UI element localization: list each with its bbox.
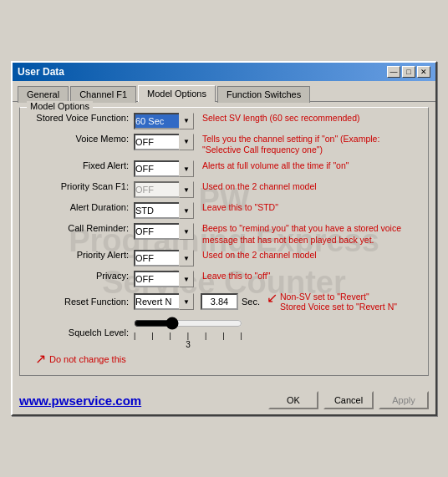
select-wrapper-voice-memo[interactable]: OFF ON ▼ — [134, 134, 194, 150]
cancel-button[interactable]: Cancel — [323, 391, 374, 409]
select-stored-voice[interactable]: 10 Sec 60 Sec 30 Sec 90 Sec — [134, 113, 194, 129]
main-window: User Data — □ ✕ General Channel F1 Model… — [11, 61, 437, 417]
select-wrapper-stored-voice[interactable]: 10 Sec 60 Sec 30 Sec 90 Sec ▼ — [134, 113, 194, 129]
content-area: Model Options PWPrograming ExpressServic… — [13, 101, 435, 388]
select-wrapper-call-reminder[interactable]: OFF ON ▼ — [134, 223, 194, 240]
label-call-reminder: Call Reminder: — [28, 223, 129, 233]
bottom-buttons: OK Cancel Apply — [268, 391, 429, 409]
label-reset-function: Reset Function: — [28, 297, 129, 307]
form-row-stored-voice: Stored Voice Function: 10 Sec 60 Sec 30 … — [28, 113, 420, 129]
tab-general[interactable]: General — [18, 86, 69, 103]
title-bar: User Data — □ ✕ — [13, 63, 435, 81]
slider-ticks: | | | | | | | — [134, 332, 242, 340]
arrow-icon: ↗ — [35, 351, 46, 367]
select-wrapper-privacy[interactable]: OFF ON ▼ — [134, 271, 194, 287]
hint-priority-alert: Used on the 2 channel model — [202, 250, 420, 261]
form-row-fixed-alert: Fixed Alert: OFF ON ▼ Alerts at full vol… — [28, 160, 420, 177]
form-row-priority-alert: Priority Alert: OFF ON ▼ Used on the 2 c… — [28, 250, 420, 266]
hint-call-reminder: Beeps to "remind you" that you have a st… — [202, 223, 420, 246]
select-priority-scan[interactable]: OFF ON — [134, 181, 194, 198]
select-wrapper-fixed-alert[interactable]: OFF ON ▼ — [134, 160, 194, 177]
form-row-voice-memo: Voice Memo: OFF ON ▼ Tells you the chann… — [28, 134, 420, 156]
label-fixed-alert: Fixed Alert: — [28, 160, 129, 170]
sec-label: Sec. — [242, 297, 260, 307]
hint-privacy: Leave this to "off" — [202, 271, 420, 282]
select-wrapper-priority-alert[interactable]: OFF ON ▼ — [134, 250, 194, 266]
form-row-reset-function: Reset Function: Revert Revert N None ▼ S… — [28, 292, 420, 312]
squelch-slider[interactable] — [134, 315, 242, 332]
select-wrapper-reset-function[interactable]: Revert Revert N None ▼ — [134, 293, 194, 310]
do-not-change: ↗ Do not change this — [35, 351, 420, 367]
form-row-call-reminder: Call Reminder: OFF ON ▼ Beeps to "remind… — [28, 223, 420, 246]
model-options-group: Model Options PWPrograming ExpressServic… — [19, 107, 429, 377]
ok-button[interactable]: OK — [268, 391, 318, 409]
inner-content: Stored Voice Function: 10 Sec 60 Sec 30 … — [28, 113, 420, 368]
select-privacy[interactable]: OFF ON — [134, 271, 194, 287]
label-voice-memo: Voice Memo: — [28, 134, 129, 144]
close-button[interactable]: ✕ — [417, 66, 430, 78]
do-not-change-text: Do not change this — [49, 354, 126, 364]
title-bar-buttons: — □ ✕ — [387, 66, 430, 78]
hint-alert-duration: Leave this to "STD" — [202, 202, 420, 214]
select-priority-alert[interactable]: OFF ON — [134, 250, 194, 266]
form-row-priority-scan: Priority Scan F1: OFF ON ▼ Used on the 2… — [28, 181, 420, 198]
label-priority-alert: Priority Alert: — [28, 250, 129, 260]
select-alert-duration[interactable]: STD 5 Sec 10 Sec 30 Sec — [134, 202, 194, 219]
select-reset-function[interactable]: Revert Revert N None — [134, 293, 194, 310]
label-privacy: Privacy: — [28, 271, 129, 281]
tab-function-switches[interactable]: Function Switches — [217, 86, 310, 103]
squelch-section: Squelch Level: | | | | | | | — [28, 315, 420, 367]
website-link[interactable]: www.pwservice.com — [19, 393, 141, 408]
tabs-bar: General Channel F1 Model Options Functio… — [13, 81, 435, 101]
label-stored-voice: Stored Voice Function: — [28, 113, 129, 123]
form-row-alert-duration: Alert Duration: STD 5 Sec 10 Sec 30 Sec … — [28, 202, 420, 219]
label-alert-duration: Alert Duration: — [28, 202, 129, 212]
slider-container: | | | | | | | 3 — [134, 315, 242, 349]
window-title: User Data — [18, 66, 64, 78]
hint-priority-scan: Used on the 2 channel model — [202, 181, 420, 193]
hint-stored-voice: Select SV length (60 sec recommended) — [202, 113, 420, 124]
sec-input[interactable] — [201, 293, 238, 310]
select-wrapper-alert-duration[interactable]: STD 5 Sec 10 Sec 30 Sec ▼ — [134, 202, 194, 219]
squelch-row: Squelch Level: | | | | | | | — [28, 315, 420, 349]
select-voice-memo[interactable]: OFF ON — [134, 134, 194, 150]
reset-hint-line2: Stored Voice set to "Revert N" — [280, 302, 397, 312]
form-row-privacy: Privacy: OFF ON ▼ Leave this to "off" — [28, 271, 420, 287]
tab-model-options[interactable]: Model Options — [138, 85, 216, 102]
minimize-button[interactable]: — — [387, 66, 400, 78]
maximize-button[interactable]: □ — [402, 66, 415, 78]
hint-fixed-alert: Alerts at full volume all the time if "o… — [202, 160, 420, 172]
group-box-label: Model Options — [27, 101, 93, 111]
select-call-reminder[interactable]: OFF ON — [134, 223, 194, 240]
select-wrapper-priority-scan[interactable]: OFF ON ▼ — [134, 181, 194, 198]
select-fixed-alert[interactable]: OFF ON — [134, 160, 194, 177]
apply-button[interactable]: Apply — [379, 391, 429, 409]
label-squelch: Squelch Level: — [28, 327, 129, 337]
hint-voice-memo: Tells you the channel setting if "on" (E… — [202, 134, 420, 156]
squelch-value: 3 — [186, 340, 191, 349]
tab-channel-f1[interactable]: Channel F1 — [70, 86, 136, 103]
bottom-bar: www.pwservice.com OK Cancel Apply — [13, 388, 435, 414]
label-priority-scan: Priority Scan F1: — [28, 181, 129, 191]
reset-hints: ↙ Non-SV set to "Revert" Stored Voice se… — [267, 292, 397, 312]
reset-hint-line1: Non-SV set to "Revert" — [280, 292, 397, 302]
